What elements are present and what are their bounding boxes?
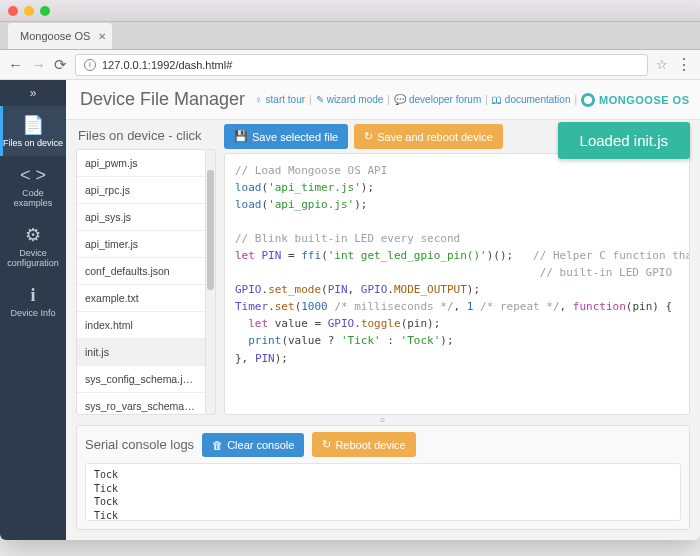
editor-buttons-row: 💾 Save selected file ↻ Save and reboot d… <box>224 124 690 153</box>
file-icon: 📄 <box>2 116 64 134</box>
main-pane: Device File Manager ♀ start tour| ✎ wiza… <box>66 80 700 540</box>
sidebar-label: Code examples <box>14 188 53 208</box>
file-list-scrollbar[interactable] <box>206 149 216 415</box>
file-item[interactable]: api_timer.js <box>77 231 205 258</box>
browser-tabstrip: Mongoose OS ✕ <box>0 22 700 50</box>
app-window: Mongoose OS ✕ ← → ⟳ i 127.0.0.1:1992/das… <box>0 0 700 540</box>
save-reboot-button[interactable]: ↻ Save and reboot device <box>354 124 503 149</box>
sidebar-label: Device configuration <box>7 248 59 268</box>
tab-title: Mongoose OS <box>20 30 90 42</box>
code-editor[interactable]: // Load Mongoose OS API load('api_timer.… <box>224 153 690 415</box>
file-item[interactable]: conf_defaults.json <box>77 258 205 285</box>
file-item[interactable]: api_sys.js <box>77 204 205 231</box>
browser-menu-icon[interactable]: ⋮ <box>676 55 692 74</box>
browser-address-bar: ← → ⟳ i 127.0.0.1:1992/dash.html# ☆ ⋮ <box>0 50 700 80</box>
save-file-button[interactable]: 💾 Save selected file <box>224 124 348 149</box>
sidebar: » 📄 Files on device < > Code examples ⚙ … <box>0 80 66 540</box>
scroll-thumb[interactable] <box>207 170 214 290</box>
code-icon: < > <box>2 166 64 184</box>
sidebar-toggle-icon[interactable]: » <box>0 80 66 106</box>
dashboard-app: » 📄 Files on device < > Code examples ⚙ … <box>0 80 700 540</box>
mongoose-logo-icon <box>581 93 595 107</box>
site-info-icon[interactable]: i <box>84 59 96 71</box>
file-item[interactable]: api_rpc.js <box>77 177 205 204</box>
file-item[interactable]: sys_ro_vars_schema.json <box>77 393 205 415</box>
files-and-editor-row: Files on device - click api_pwm.jsapi_rp… <box>76 124 690 415</box>
nav-forward-icon[interactable]: → <box>31 56 46 73</box>
reboot-device-button[interactable]: ↻ Reboot device <box>312 432 415 457</box>
file-item[interactable]: example.txt <box>77 285 205 312</box>
sidebar-label: Files on device <box>3 138 63 148</box>
console-header: Serial console logs 🗑 Clear console ↻ Re… <box>85 432 681 457</box>
toast-notification: Loaded init.js <box>558 122 690 159</box>
browser-tab[interactable]: Mongoose OS ✕ <box>8 23 112 49</box>
zoom-window-dot[interactable] <box>40 6 50 16</box>
file-item[interactable]: index.html <box>77 312 205 339</box>
file-item[interactable]: init.js <box>77 339 205 366</box>
mac-titlebar <box>0 0 700 22</box>
files-heading: Files on device - click <box>76 124 216 149</box>
sidebar-item-device-config[interactable]: ⚙ Device configuration <box>0 216 66 276</box>
header-bar: Device File Manager ♀ start tour| ✎ wiza… <box>66 80 700 120</box>
url-text: 127.0.0.1:1992/dash.html# <box>102 59 232 71</box>
sidebar-item-device-info[interactable]: i Device Info <box>0 276 66 326</box>
documentation-link[interactable]: 🕮 documentation <box>492 94 571 105</box>
console-output[interactable]: Tock Tick Tock Tick Tock <box>85 463 681 521</box>
minimize-window-dot[interactable] <box>24 6 34 16</box>
sidebar-item-code-examples[interactable]: < > Code examples <box>0 156 66 216</box>
files-pane: Files on device - click api_pwm.jsapi_rp… <box>76 124 216 415</box>
brand-logo: MONGOOSE OS <box>581 93 689 107</box>
info-icon: i <box>2 286 64 304</box>
clear-console-button[interactable]: 🗑 Clear console <box>202 433 304 457</box>
close-tab-icon[interactable]: ✕ <box>98 31 106 42</box>
page-title: Device File Manager <box>80 89 245 110</box>
gear-icon: ⚙ <box>2 226 64 244</box>
editor-pane: 💾 Save selected file ↻ Save and reboot d… <box>224 124 690 415</box>
nav-back-icon[interactable]: ← <box>8 56 23 73</box>
file-item[interactable]: sys_config_schema.json <box>77 366 205 393</box>
horizontal-resize-handle[interactable]: ≡ <box>76 415 690 425</box>
header-links: ♀ start tour| ✎ wizard mode| 💬 developer… <box>255 93 689 107</box>
url-input[interactable]: i 127.0.0.1:1992/dash.html# <box>75 54 648 76</box>
file-item[interactable]: api_pwm.js <box>77 150 205 177</box>
start-tour-link[interactable]: ♀ start tour <box>255 94 305 105</box>
work-area: Files on device - click api_pwm.jsapi_rp… <box>66 120 700 540</box>
nav-reload-icon[interactable]: ⟳ <box>54 56 67 74</box>
file-list[interactable]: api_pwm.jsapi_rpc.jsapi_sys.jsapi_timer.… <box>76 149 206 415</box>
close-window-dot[interactable] <box>8 6 18 16</box>
developer-forum-link[interactable]: 💬 developer forum <box>394 94 481 105</box>
wizard-mode-link[interactable]: ✎ wizard mode <box>316 94 384 105</box>
sidebar-label: Device Info <box>10 308 55 318</box>
bookmark-star-icon[interactable]: ☆ <box>656 57 668 72</box>
console-heading: Serial console logs <box>85 437 194 452</box>
sidebar-item-files[interactable]: 📄 Files on device <box>0 106 66 156</box>
console-block: Serial console logs 🗑 Clear console ↻ Re… <box>76 425 690 530</box>
